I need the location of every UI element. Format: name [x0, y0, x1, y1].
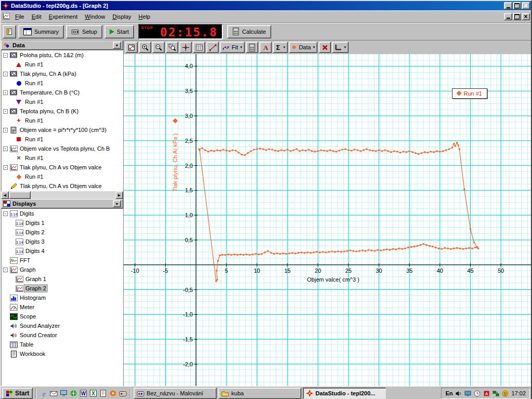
data-group-item[interactable]: -Temperature, Ch B (°C) [2, 88, 123, 97]
child-close-button[interactable] [522, 13, 530, 20]
zoom-select-button[interactable] [166, 42, 178, 53]
data-run-item[interactable]: +Run #1 [2, 116, 123, 125]
summary-button[interactable]: Summary [18, 25, 64, 38]
show-desktop-icon[interactable] [59, 388, 68, 398]
minimize-button[interactable] [504, 2, 512, 9]
display-item-graph-2[interactable]: Graph 2 [2, 284, 123, 293]
graph-legend[interactable]: Run #1 [452, 88, 487, 99]
tree-expand-box[interactable]: - [3, 147, 8, 151]
calculator-button[interactable] [246, 42, 258, 53]
child-restore-button[interactable] [513, 13, 521, 20]
slope-tool-button[interactable] [206, 42, 219, 53]
menu-experiment[interactable]: Experiment [45, 11, 82, 22]
data-run-item[interactable]: Run #1 [2, 172, 123, 181]
display-item-table[interactable]: Table [2, 340, 123, 349]
tree-expand-box[interactable]: - [3, 90, 8, 95]
data-group-item[interactable]: -Objem valce vs Teplota plynu, Ch B [2, 144, 123, 153]
antivirus-icon[interactable]: A [483, 390, 490, 397]
statistics-button[interactable]: Σ▼ [273, 42, 288, 53]
data-menu-button[interactable]: Data▼ [289, 42, 317, 53]
task-button-kuba[interactable]: kuba [218, 388, 301, 399]
display-item-digits[interactable]: -3.14Digits [2, 209, 123, 218]
data-group-item[interactable]: -Tlak plynu, Ch A vs Objem valce [2, 163, 123, 172]
scroll-left-button[interactable]: ◀ [1, 191, 9, 199]
keyboard-layout-indicator[interactable]: En [445, 390, 453, 396]
remove-button[interactable] [318, 42, 331, 53]
display-item-graph[interactable]: -Graph [2, 265, 123, 274]
graph-settings-button[interactable]: ▼ [332, 42, 349, 53]
data-group-item[interactable]: Tlak plynu, Ch A vs Objem valce [2, 181, 123, 191]
menu-file[interactable]: File [11, 11, 28, 22]
scale-to-fit-button[interactable] [125, 42, 138, 53]
outlook-express-icon[interactable] [49, 388, 58, 398]
excel-icon[interactable]: X [88, 388, 98, 398]
channels-icon[interactable] [69, 388, 78, 398]
media-player-icon[interactable] [108, 388, 117, 398]
data-run-item[interactable]: Run #1 [2, 60, 123, 69]
tree-expand-box[interactable]: - [3, 53, 8, 58]
scrollbar-track[interactable] [9, 191, 115, 199]
menu-window[interactable]: Window [81, 11, 109, 22]
menu-display[interactable]: Display [109, 11, 135, 22]
zoom-in-button[interactable] [139, 42, 151, 53]
data-run-item[interactable]: Run #1 [2, 135, 123, 144]
grid-tool-button[interactable] [193, 42, 205, 53]
tree-expand-box[interactable]: - [3, 268, 8, 272]
activity-button[interactable] [3, 25, 16, 38]
notepad-icon[interactable] [98, 388, 108, 398]
close-button[interactable] [522, 2, 530, 9]
scheduler-icon[interactable] [473, 390, 481, 397]
data-panel-dropdown[interactable]: ▼ [113, 42, 121, 49]
data-group-item[interactable]: -Teplota plynu, Ch B (K) [2, 107, 123, 116]
child-minimize-button[interactable] [504, 13, 512, 20]
menu-edit[interactable]: Edit [28, 11, 45, 22]
displays-panel-header[interactable]: Displays ▼ [1, 199, 123, 208]
data-group-item[interactable]: -Tlak plynu, Ch A (kPa) [2, 69, 123, 78]
graph-window-icon[interactable] [2, 13, 10, 20]
display-item-histogram[interactable]: Histogram [2, 293, 123, 302]
data-group-item[interactable]: -Poloha pistu, Ch 1&2 (m) [2, 50, 123, 60]
display-item-meter[interactable]: Meter [2, 302, 123, 312]
display-item-scope[interactable]: Scope [2, 312, 123, 321]
data-tree-hscrollbar[interactable]: ◀ ▶ [1, 191, 123, 199]
tree-expand-box[interactable]: - [3, 72, 8, 76]
task-button-bez_názvu[interactable]: Bez_názvu - Malování [134, 388, 217, 399]
tree-expand-box[interactable]: - [3, 211, 8, 216]
calculate-button[interactable]: Calculate [227, 25, 271, 38]
start-button[interactable]: Start [2, 388, 33, 399]
display-item-digits-4[interactable]: 3.14Digits 4 [2, 246, 123, 256]
display-item-graph-1[interactable]: Graph 1 [2, 274, 123, 284]
task-button-datastudio[interactable]: DataStudio - tepl200... [303, 388, 386, 399]
displays-panel-dropdown[interactable]: ▼ [113, 200, 121, 207]
data-run-item[interactable]: ×Run #1 [2, 153, 123, 163]
ie-icon[interactable]: e [39, 388, 48, 398]
display-item-fft[interactable]: FFT [2, 256, 123, 265]
data-group-item[interactable]: -Objem valce = pi*r*r*y*100 (cm^3) [2, 125, 123, 135]
data-run-item[interactable]: Run #1 [2, 97, 123, 107]
menu-help[interactable]: Help [135, 11, 154, 22]
display-item-sound-creator[interactable]: Sound Creator [2, 330, 123, 340]
data-run-item[interactable]: Run #1 [2, 78, 123, 88]
paint-ql-icon[interactable] [118, 388, 127, 398]
network-icon[interactable] [492, 390, 500, 397]
text-annotation-button[interactable]: A [259, 42, 272, 53]
display-item-digits-1[interactable]: 3.14Digits 1 [2, 218, 123, 228]
smart-tool-button[interactable] [179, 42, 192, 53]
word-icon[interactable]: W [78, 388, 88, 398]
display-item-workbook[interactable]: Workbook [2, 349, 123, 358]
zoom-out-button[interactable] [152, 42, 165, 53]
start-button-toolbar[interactable]: Start [104, 25, 134, 38]
display-settings-icon[interactable] [464, 390, 472, 397]
display-item-digits-2[interactable]: 3.14Digits 2 [2, 228, 123, 237]
tree-expand-box[interactable]: - [3, 109, 8, 114]
graph-canvas[interactable]: -10-55101520253035404550-2,0-1,5-1,0-0,5… [124, 54, 531, 386]
tree-expand-box[interactable]: - [3, 165, 8, 170]
graph-plot-area[interactable]: -10-55101520253035404550-2,0-1,5-1,0-0,5… [124, 54, 531, 386]
setup-button[interactable]: Setup [66, 25, 102, 38]
tree-expand-box[interactable]: - [3, 128, 8, 132]
display-item-digits-3[interactable]: 3.14Digits 3 [2, 237, 123, 246]
volume-icon[interactable] [455, 390, 462, 397]
messenger-icon[interactable] [501, 390, 509, 397]
restore-button[interactable] [513, 2, 521, 9]
scroll-right-button[interactable]: ▶ [115, 191, 123, 199]
